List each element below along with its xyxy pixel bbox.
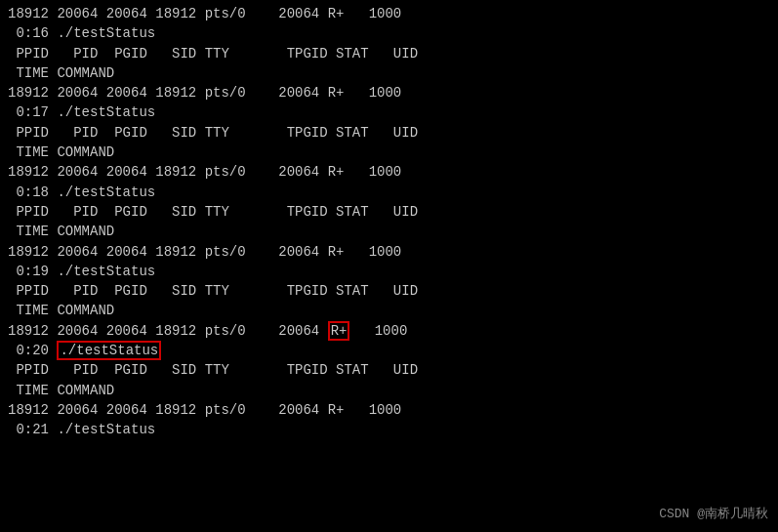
line-9: 18912 20064 20064 18912 pts/0 20064 R+ 1… xyxy=(8,162,770,182)
line-21: 18912 20064 20064 18912 pts/0 20064 R+ 1… xyxy=(8,400,770,420)
line-3: PPID PID PGID SID TTY TPGID STAT UID xyxy=(8,44,770,63)
line-17-post: 1000 xyxy=(349,323,407,339)
line-11: PPID PID PGID SID TTY TPGID STAT UID xyxy=(8,202,770,222)
highlight-teststatus: ./testStatus xyxy=(57,341,161,360)
highlight-r-plus: R+ xyxy=(328,321,350,341)
line-13: 18912 20064 20064 18912 pts/0 20064 R+ 1… xyxy=(8,242,770,262)
line-2: 0:16 ./testStatus xyxy=(8,23,770,43)
line-7: PPID PID PGID SID TTY TPGID STAT UID xyxy=(8,123,770,143)
line-5: 18912 20064 20064 18912 pts/0 20064 R+ 1… xyxy=(8,83,770,102)
line-22: 0:21 ./testStatus xyxy=(8,420,770,439)
terminal-window: 18912 20064 20064 18912 pts/0 20064 R+ 1… xyxy=(0,0,778,532)
line-10: 0:18 ./testStatus xyxy=(8,183,770,202)
line-16: TIME COMMAND xyxy=(8,301,770,320)
line-18-pre: 0:20 xyxy=(8,343,57,358)
line-14: 0:19 ./testStatus xyxy=(8,262,770,281)
line-6: 0:17 ./testStatus xyxy=(8,102,770,122)
watermark: CSDN @南桥几晴秋 xyxy=(659,506,768,524)
line-1: 18912 20064 20064 18912 pts/0 20064 R+ 1… xyxy=(8,4,770,23)
line-20: TIME COMMAND xyxy=(8,381,770,400)
line-17: 18912 20064 20064 18912 pts/0 20064 R+ 1… xyxy=(8,321,770,341)
line-12: TIME COMMAND xyxy=(8,222,770,241)
line-8: TIME COMMAND xyxy=(8,143,770,162)
line-18: 0:20 ./testStatus xyxy=(8,341,770,360)
line-17-pre: 18912 20064 20064 18912 pts/0 20064 xyxy=(8,323,328,339)
line-4: TIME COMMAND xyxy=(8,63,770,83)
line-15: PPID PID PGID SID TTY TPGID STAT UID xyxy=(8,281,770,301)
line-19: PPID PID PGID SID TTY TPGID STAT UID xyxy=(8,360,770,380)
